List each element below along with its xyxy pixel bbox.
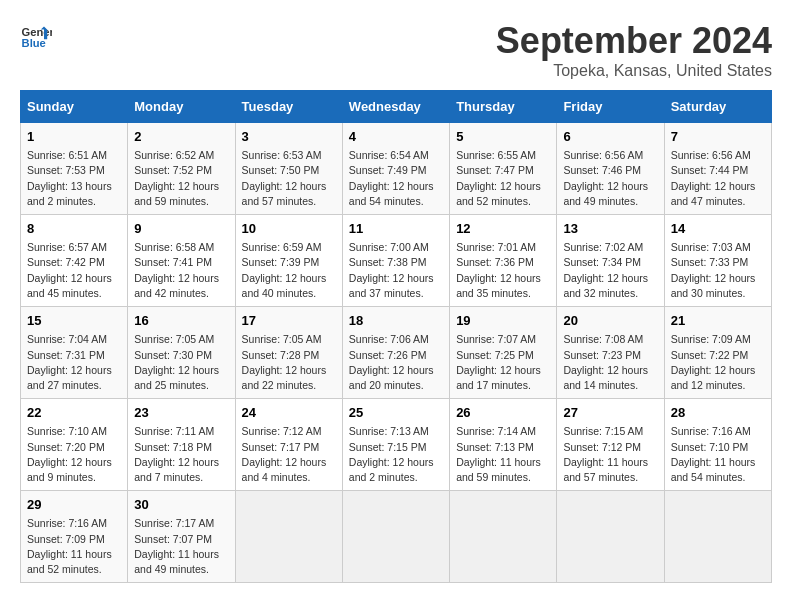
weekday-header-friday: Friday [557,91,664,123]
day-info: Sunrise: 6:59 AM Sunset: 7:39 PM Dayligh… [242,240,336,301]
day-info: Sunrise: 7:02 AM Sunset: 7:34 PM Dayligh… [563,240,657,301]
calendar-cell: 29Sunrise: 7:16 AM Sunset: 7:09 PM Dayli… [21,491,128,583]
svg-text:General: General [22,26,52,38]
day-info: Sunrise: 7:17 AM Sunset: 7:07 PM Dayligh… [134,516,228,577]
month-title: September 2024 [496,20,772,62]
calendar-table: SundayMondayTuesdayWednesdayThursdayFrid… [20,90,772,583]
calendar-cell: 5Sunrise: 6:55 AM Sunset: 7:47 PM Daylig… [450,123,557,215]
calendar-cell [450,491,557,583]
day-info: Sunrise: 7:16 AM Sunset: 7:10 PM Dayligh… [671,424,765,485]
day-number: 25 [349,404,443,422]
day-info: Sunrise: 7:00 AM Sunset: 7:38 PM Dayligh… [349,240,443,301]
day-info: Sunrise: 6:57 AM Sunset: 7:42 PM Dayligh… [27,240,121,301]
day-number: 19 [456,312,550,330]
calendar-week-row: 8Sunrise: 6:57 AM Sunset: 7:42 PM Daylig… [21,215,772,307]
day-number: 22 [27,404,121,422]
calendar-week-row: 15Sunrise: 7:04 AM Sunset: 7:31 PM Dayli… [21,307,772,399]
day-number: 13 [563,220,657,238]
day-info: Sunrise: 7:10 AM Sunset: 7:20 PM Dayligh… [27,424,121,485]
day-number: 28 [671,404,765,422]
weekday-header-wednesday: Wednesday [342,91,449,123]
calendar-cell: 15Sunrise: 7:04 AM Sunset: 7:31 PM Dayli… [21,307,128,399]
calendar-cell: 22Sunrise: 7:10 AM Sunset: 7:20 PM Dayli… [21,399,128,491]
calendar-cell: 26Sunrise: 7:14 AM Sunset: 7:13 PM Dayli… [450,399,557,491]
day-info: Sunrise: 7:05 AM Sunset: 7:28 PM Dayligh… [242,332,336,393]
day-info: Sunrise: 7:01 AM Sunset: 7:36 PM Dayligh… [456,240,550,301]
day-info: Sunrise: 7:14 AM Sunset: 7:13 PM Dayligh… [456,424,550,485]
day-number: 5 [456,128,550,146]
calendar-cell: 2Sunrise: 6:52 AM Sunset: 7:52 PM Daylig… [128,123,235,215]
day-number: 17 [242,312,336,330]
calendar-cell [235,491,342,583]
svg-text:Blue: Blue [22,37,46,49]
calendar-cell: 6Sunrise: 6:56 AM Sunset: 7:46 PM Daylig… [557,123,664,215]
calendar-cell: 8Sunrise: 6:57 AM Sunset: 7:42 PM Daylig… [21,215,128,307]
day-number: 21 [671,312,765,330]
day-info: Sunrise: 7:12 AM Sunset: 7:17 PM Dayligh… [242,424,336,485]
location-title: Topeka, Kansas, United States [496,62,772,80]
calendar-cell [342,491,449,583]
day-number: 4 [349,128,443,146]
day-number: 30 [134,496,228,514]
day-number: 8 [27,220,121,238]
day-info: Sunrise: 6:55 AM Sunset: 7:47 PM Dayligh… [456,148,550,209]
calendar-cell: 13Sunrise: 7:02 AM Sunset: 7:34 PM Dayli… [557,215,664,307]
calendar-cell: 3Sunrise: 6:53 AM Sunset: 7:50 PM Daylig… [235,123,342,215]
day-number: 15 [27,312,121,330]
day-number: 23 [134,404,228,422]
calendar-week-row: 29Sunrise: 7:16 AM Sunset: 7:09 PM Dayli… [21,491,772,583]
day-number: 26 [456,404,550,422]
day-number: 3 [242,128,336,146]
day-info: Sunrise: 7:09 AM Sunset: 7:22 PM Dayligh… [671,332,765,393]
day-info: Sunrise: 6:56 AM Sunset: 7:46 PM Dayligh… [563,148,657,209]
day-info: Sunrise: 6:56 AM Sunset: 7:44 PM Dayligh… [671,148,765,209]
weekday-header-sunday: Sunday [21,91,128,123]
day-info: Sunrise: 7:13 AM Sunset: 7:15 PM Dayligh… [349,424,443,485]
calendar-week-row: 1Sunrise: 6:51 AM Sunset: 7:53 PM Daylig… [21,123,772,215]
calendar-cell: 20Sunrise: 7:08 AM Sunset: 7:23 PM Dayli… [557,307,664,399]
weekday-header-thursday: Thursday [450,91,557,123]
calendar-cell: 30Sunrise: 7:17 AM Sunset: 7:07 PM Dayli… [128,491,235,583]
day-info: Sunrise: 6:54 AM Sunset: 7:49 PM Dayligh… [349,148,443,209]
calendar-cell: 16Sunrise: 7:05 AM Sunset: 7:30 PM Dayli… [128,307,235,399]
day-info: Sunrise: 7:16 AM Sunset: 7:09 PM Dayligh… [27,516,121,577]
calendar-cell: 21Sunrise: 7:09 AM Sunset: 7:22 PM Dayli… [664,307,771,399]
calendar-cell: 1Sunrise: 6:51 AM Sunset: 7:53 PM Daylig… [21,123,128,215]
calendar-cell: 28Sunrise: 7:16 AM Sunset: 7:10 PM Dayli… [664,399,771,491]
day-number: 27 [563,404,657,422]
calendar-cell: 7Sunrise: 6:56 AM Sunset: 7:44 PM Daylig… [664,123,771,215]
calendar-cell: 27Sunrise: 7:15 AM Sunset: 7:12 PM Dayli… [557,399,664,491]
day-number: 9 [134,220,228,238]
day-number: 10 [242,220,336,238]
day-info: Sunrise: 7:06 AM Sunset: 7:26 PM Dayligh… [349,332,443,393]
calendar-cell: 9Sunrise: 6:58 AM Sunset: 7:41 PM Daylig… [128,215,235,307]
weekday-header-saturday: Saturday [664,91,771,123]
calendar-cell: 17Sunrise: 7:05 AM Sunset: 7:28 PM Dayli… [235,307,342,399]
day-number: 7 [671,128,765,146]
day-info: Sunrise: 7:11 AM Sunset: 7:18 PM Dayligh… [134,424,228,485]
calendar-cell: 10Sunrise: 6:59 AM Sunset: 7:39 PM Dayli… [235,215,342,307]
weekday-header-monday: Monday [128,91,235,123]
day-number: 29 [27,496,121,514]
day-info: Sunrise: 6:51 AM Sunset: 7:53 PM Dayligh… [27,148,121,209]
day-number: 12 [456,220,550,238]
calendar-cell: 11Sunrise: 7:00 AM Sunset: 7:38 PM Dayli… [342,215,449,307]
day-info: Sunrise: 7:05 AM Sunset: 7:30 PM Dayligh… [134,332,228,393]
day-number: 18 [349,312,443,330]
day-number: 14 [671,220,765,238]
calendar-cell: 24Sunrise: 7:12 AM Sunset: 7:17 PM Dayli… [235,399,342,491]
logo: General Blue [20,20,52,52]
calendar-header-row: SundayMondayTuesdayWednesdayThursdayFrid… [21,91,772,123]
calendar-cell [557,491,664,583]
title-section: September 2024 Topeka, Kansas, United St… [496,20,772,80]
day-number: 24 [242,404,336,422]
calendar-cell: 4Sunrise: 6:54 AM Sunset: 7:49 PM Daylig… [342,123,449,215]
calendar-cell: 25Sunrise: 7:13 AM Sunset: 7:15 PM Dayli… [342,399,449,491]
day-number: 1 [27,128,121,146]
calendar-cell: 18Sunrise: 7:06 AM Sunset: 7:26 PM Dayli… [342,307,449,399]
weekday-header-tuesday: Tuesday [235,91,342,123]
day-number: 20 [563,312,657,330]
logo-icon: General Blue [20,20,52,52]
calendar-cell [664,491,771,583]
calendar-cell: 23Sunrise: 7:11 AM Sunset: 7:18 PM Dayli… [128,399,235,491]
